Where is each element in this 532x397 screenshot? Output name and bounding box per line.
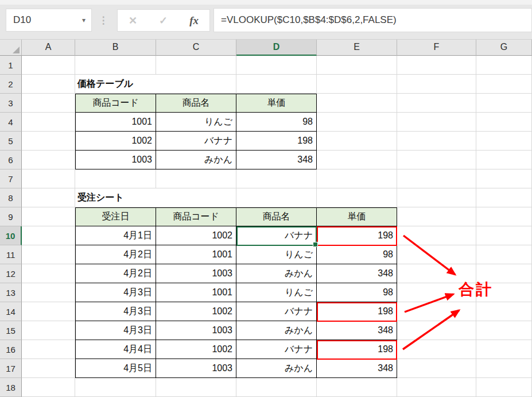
cell-A16[interactable] <box>22 340 75 359</box>
cell-D11[interactable]: りんご <box>236 245 317 264</box>
row-header-16[interactable]: 16 <box>0 340 22 359</box>
column-header-E[interactable]: E <box>317 39 397 56</box>
cell-A14[interactable] <box>22 302 75 321</box>
cell-B9[interactable]: 受注日 <box>75 207 156 226</box>
cell-D3[interactable]: 単価 <box>236 94 317 113</box>
cell-E5[interactable] <box>317 132 397 151</box>
cell-G4[interactable] <box>476 113 532 132</box>
cell-A4[interactable] <box>22 113 75 132</box>
cell-B4[interactable]: 1001 <box>75 113 156 132</box>
formula-text[interactable]: =VLOOKUP($C10,$B$4:$D$6,2,FALSE) <box>214 14 397 26</box>
cell-E17[interactable]: 348 <box>317 359 397 378</box>
row-header-7[interactable]: 7 <box>0 169 22 188</box>
cell-B2[interactable]: 価格テーブル <box>75 75 156 94</box>
cell-E14[interactable]: 198 <box>317 302 397 321</box>
cell-B18[interactable] <box>75 378 156 397</box>
column-header-D[interactable]: D <box>236 39 317 56</box>
cell-A15[interactable] <box>22 321 75 340</box>
cell-B15[interactable]: 4月3日 <box>75 321 156 340</box>
cell-B8[interactable]: 受注シート <box>75 188 156 207</box>
cell-D6[interactable]: 348 <box>236 151 317 169</box>
cell-E18[interactable] <box>317 378 397 397</box>
cell-D17[interactable]: みかん <box>236 359 317 378</box>
cell-G16[interactable] <box>476 340 532 359</box>
cell-C17[interactable]: 1003 <box>156 359 236 378</box>
cell-B5[interactable]: 1002 <box>75 132 156 151</box>
cell-F18[interactable] <box>397 378 476 397</box>
cell-C8[interactable] <box>156 188 236 207</box>
cell-F9[interactable] <box>397 207 476 226</box>
cell-C4[interactable]: りんご <box>156 113 236 132</box>
cell-B17[interactable]: 4月5日 <box>75 359 156 378</box>
cell-B7[interactable] <box>75 169 156 188</box>
row-header-18[interactable]: 18 <box>0 378 22 397</box>
cell-G5[interactable] <box>476 132 532 151</box>
cell-G3[interactable] <box>476 94 532 113</box>
cell-B16[interactable]: 4月4日 <box>75 340 156 359</box>
row-header-6[interactable]: 6 <box>0 151 22 169</box>
cell-B13[interactable]: 4月3日 <box>75 283 156 302</box>
cell-F11[interactable] <box>397 245 476 264</box>
cell-G14[interactable] <box>476 302 532 321</box>
cell-E2[interactable] <box>317 75 397 94</box>
cell-F17[interactable] <box>397 359 476 378</box>
cell-D5[interactable]: 198 <box>236 132 317 151</box>
column-header-A[interactable]: A <box>22 39 75 56</box>
name-box-value[interactable]: D10 <box>6 14 82 26</box>
cell-C14[interactable]: 1002 <box>156 302 236 321</box>
cell-G11[interactable] <box>476 245 532 264</box>
cell-F4[interactable] <box>397 113 476 132</box>
cell-A9[interactable] <box>22 207 75 226</box>
cell-E1[interactable] <box>317 56 397 75</box>
cell-D1[interactable] <box>236 56 317 75</box>
cell-G15[interactable] <box>476 321 532 340</box>
cell-E16[interactable]: 198 <box>317 340 397 359</box>
cell-F6[interactable] <box>397 151 476 169</box>
cell-A5[interactable] <box>22 132 75 151</box>
cell-G17[interactable] <box>476 359 532 378</box>
cell-D7[interactable] <box>236 169 317 188</box>
cell-B11[interactable]: 4月2日 <box>75 245 156 264</box>
cell-D8[interactable] <box>236 188 317 207</box>
cell-F7[interactable] <box>397 169 476 188</box>
row-header-8[interactable]: 8 <box>0 188 22 207</box>
cell-B10[interactable]: 4月1日 <box>75 226 156 245</box>
column-header-F[interactable]: F <box>397 39 476 56</box>
cell-C18[interactable] <box>156 378 236 397</box>
cell-F15[interactable] <box>397 321 476 340</box>
cell-A3[interactable] <box>22 94 75 113</box>
cell-F10[interactable] <box>397 226 476 245</box>
cell-C1[interactable] <box>156 56 236 75</box>
cancel-icon[interactable]: ✕ <box>129 14 137 27</box>
formula-bar[interactable]: =VLOOKUP($C10,$B$4:$D$6,2,FALSE) <box>213 8 532 32</box>
fill-handle[interactable] <box>313 242 318 247</box>
cell-C5[interactable]: バナナ <box>156 132 236 151</box>
cell-E6[interactable] <box>317 151 397 169</box>
cell-D16[interactable]: バナナ <box>236 340 317 359</box>
cell-F16[interactable] <box>397 340 476 359</box>
cell-B3[interactable]: 商品コード <box>75 94 156 113</box>
column-header-B[interactable]: B <box>75 39 156 56</box>
cell-A12[interactable] <box>22 264 75 283</box>
cell-C15[interactable]: 1003 <box>156 321 236 340</box>
cell-C6[interactable]: みかん <box>156 151 236 169</box>
row-header-12[interactable]: 12 <box>0 264 22 283</box>
cell-E3[interactable] <box>317 94 397 113</box>
cell-F1[interactable] <box>397 56 476 75</box>
select-all-corner[interactable] <box>0 39 22 56</box>
cell-C12[interactable]: 1003 <box>156 264 236 283</box>
cell-E7[interactable] <box>317 169 397 188</box>
cell-G18[interactable] <box>476 378 532 397</box>
row-header-11[interactable]: 11 <box>0 245 22 264</box>
cell-E9[interactable]: 単価 <box>317 207 397 226</box>
cell-B14[interactable]: 4月3日 <box>75 302 156 321</box>
cell-C13[interactable]: 1001 <box>156 283 236 302</box>
cell-G9[interactable] <box>476 207 532 226</box>
cell-A2[interactable] <box>22 75 75 94</box>
row-header-9[interactable]: 9 <box>0 207 22 226</box>
row-header-3[interactable]: 3 <box>0 94 22 113</box>
insert-function-icon[interactable]: fx <box>189 14 199 27</box>
cell-D18[interactable] <box>236 378 317 397</box>
cell-D12[interactable]: みかん <box>236 264 317 283</box>
cell-G10[interactable] <box>476 226 532 245</box>
